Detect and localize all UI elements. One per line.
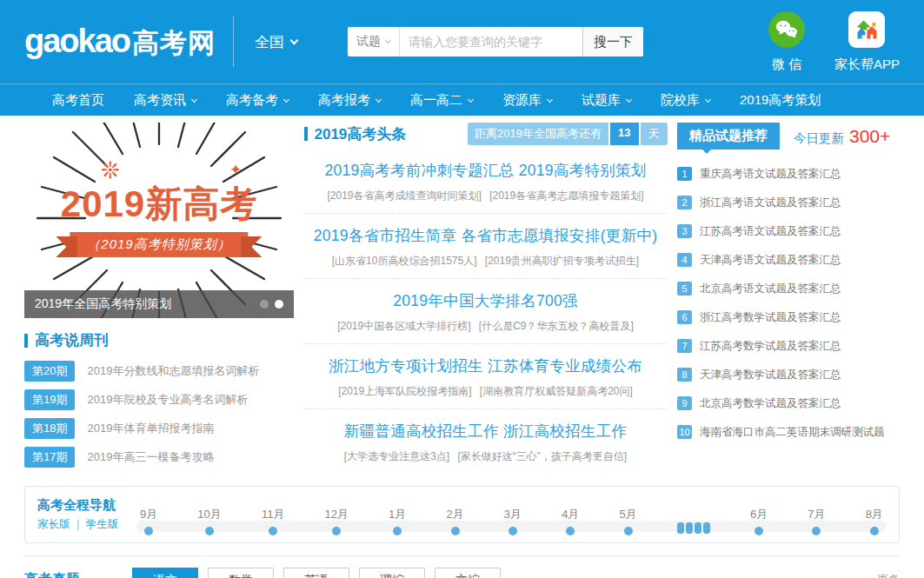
headline-link[interactable]: 浙江地方专项计划招生 江苏体育专业成绩公布 <box>304 355 668 376</box>
weekly-item[interactable]: 第18期 2019年体育单招报考指南 <box>24 418 294 439</box>
banner-headline: 2019新高考 <box>24 180 294 229</box>
month-dot <box>812 527 821 535</box>
timeline-month-jan[interactable]: 1月 <box>389 507 406 535</box>
rank-badge: 2 <box>677 196 692 209</box>
nav-item-home[interactable]: 高考首页 <box>52 92 104 109</box>
paper-tab-math[interactable]: 数学 <box>208 568 274 578</box>
headlines-section: 2019高考头条 距离2019年全国高考还有 13 天 2019高考考前冲刺专题… <box>304 123 668 475</box>
recommend-item[interactable]: 1 重庆高考语文试题及答案汇总 <box>677 167 900 181</box>
timeline-month-jul[interactable]: 7月 <box>808 507 825 535</box>
headline-sublink[interactable]: [2019各省高考志愿填报专题策划] <box>489 189 643 202</box>
headline-sublink[interactable]: [湖南教育厅权威答疑新高考20问] <box>480 385 633 397</box>
more-link[interactable]: 更多 <box>877 572 900 578</box>
rank-badge: 10 <box>677 425 692 439</box>
timeline-track: 9月 10月 11月 12月 1月 2月 3月 4月 <box>140 494 883 535</box>
sparkle-icon: ✦ <box>229 161 242 179</box>
headline-link[interactable]: 新疆普通高校招生工作 浙江高校招生工作 <box>304 421 668 442</box>
nav-item-resources[interactable]: 资源库 <box>502 92 552 109</box>
month-dot <box>566 527 575 535</box>
timeline-month-sep[interactable]: 9月 <box>140 507 157 535</box>
timeline-month-mar[interactable]: 3月 <box>504 507 522 535</box>
recommend-item[interactable]: 6 浙江高考数学试题及答案汇总 <box>677 310 900 324</box>
headline-sublink[interactable]: [2019各省高考成绩查询时间策划] <box>327 189 481 202</box>
recommend-item[interactable]: 5 北京高考语文试题及答案汇总 <box>677 282 900 296</box>
timeline-month-feb[interactable]: 2月 <box>446 507 463 535</box>
parent-version-link[interactable]: 家长版 <box>37 518 70 530</box>
timeline-title: 高考全程导航 <box>37 497 135 514</box>
headline-link[interactable]: 2019各省市招生简章 各省市志愿填报安排(更新中) <box>304 225 668 246</box>
nav-item-news[interactable]: 高考资讯 <box>134 92 196 109</box>
headline-group: 新疆普通高校招生工作 浙江高校招生工作 [大学选专业注意这3点] [家长做好这“… <box>304 409 668 474</box>
jiazhangbang-app-icon <box>848 11 885 51</box>
event-marker[interactable] <box>703 522 710 534</box>
recommend-item[interactable]: 4 天津高考语文试题及答案汇总 <box>677 253 900 267</box>
timeline-month-jun[interactable]: 6月 <box>750 507 768 535</box>
wechat-link[interactable]: 微 信 <box>768 11 805 73</box>
countdown-badge: 距离2019年全国高考还有 13 天 <box>468 123 667 145</box>
headlines-title: 2019高考头条 <box>304 124 407 144</box>
recommend-item[interactable]: 3 江苏高考语文试题及答案汇总 <box>677 224 900 238</box>
weekly-section: 高考说周刊 第20期 2019年分数线和志愿填报名词解析 第19期 2019年院… <box>24 330 294 468</box>
rank-badge: 1 <box>677 167 692 181</box>
timeline-month-nov[interactable]: 11月 <box>262 507 285 535</box>
nav-item-prep[interactable]: 高考备考 <box>226 92 289 109</box>
headline-link[interactable]: 2019高考考前冲刺专题汇总 2019高考特别策划 <box>304 160 668 181</box>
event-marker[interactable] <box>677 522 684 534</box>
nav-item-grade12[interactable]: 高一高二 <box>410 92 473 109</box>
headline-sublink[interactable]: [什么是C9？华东五校？高校普及] <box>479 320 634 332</box>
carousel-dot-2[interactable] <box>275 300 283 309</box>
papers-title: 高考真题 <box>24 571 132 578</box>
event-marker[interactable] <box>695 522 701 534</box>
headline-group: 2019年中国大学排名700强 [2019中国各区域大学排行榜] [什么是C9？… <box>304 278 668 343</box>
nav-item-colleges[interactable]: 院校库 <box>661 92 710 109</box>
search-input[interactable] <box>400 27 582 56</box>
timeline-month-oct[interactable]: 10月 <box>197 507 221 535</box>
nav-item-2019-special[interactable]: 2019高考策划 <box>740 92 821 109</box>
chevron-down-icon <box>283 96 289 102</box>
search-button[interactable]: 搜一下 <box>582 27 643 56</box>
exam-timeline: 高考全程导航 家长版 | 学生版 9月 10月 11月 12月 1月 <box>24 486 900 543</box>
headline-group: 2019高考考前冲刺专题汇总 2019高考特别策划 [2019各省高考成绩查询时… <box>304 149 668 213</box>
headline-sublink[interactable]: [2019上海军队院校报考指南] <box>338 385 471 397</box>
paper-tab-science[interactable]: 理综 <box>359 568 425 578</box>
event-marker[interactable] <box>686 522 693 534</box>
recommend-item[interactable]: 10 海南省海口市高二英语期末调研测试题 <box>677 425 900 439</box>
paper-tab-english[interactable]: 英语 <box>283 568 349 578</box>
site-logo[interactable]: gaokao 高考网 <box>24 23 216 62</box>
section-bar <box>24 334 28 348</box>
timeline-month-apr[interactable]: 4月 <box>562 507 579 535</box>
headline-sublink[interactable]: [山东省10所高校综合招1575人] <box>332 255 477 267</box>
jiazhangbang-app-link[interactable]: 家长帮APP <box>834 11 900 73</box>
student-version-link[interactable]: 学生版 <box>86 518 119 530</box>
search-category-label: 试题 <box>356 34 381 50</box>
issue-badge: 第19期 <box>24 389 75 410</box>
nav-item-questions[interactable]: 试题库 <box>582 92 631 109</box>
recommend-item[interactable]: 7 江苏高考数学试题及答案汇总 <box>677 339 900 353</box>
timeline-month-dec[interactable]: 12月 <box>325 507 349 535</box>
paper-tab-liberal-arts[interactable]: 文综 <box>435 568 501 578</box>
recommend-tab[interactable]: 精品试题推荐 <box>677 123 780 149</box>
recommend-item[interactable]: 8 天津高考数学试题及答案汇总 <box>677 368 900 382</box>
paper-tab-chinese[interactable]: 语文 <box>132 568 198 578</box>
headline-sublink[interactable]: [2019贵州高职扩招专项考试招生] <box>485 255 639 267</box>
headline-sublink[interactable]: [家长做好这“三心”，孩子高考更自信] <box>458 450 628 462</box>
recommend-item[interactable]: 9 北京高考数学试题及答案汇总 <box>677 396 900 410</box>
promo-banner[interactable]: ❊ ✦ 2019新高考 （2019高考特别策划） 2019年全国高考特别策划 <box>24 123 294 318</box>
carousel-dot-1[interactable] <box>260 300 269 309</box>
logo-text-cn: 高考网 <box>132 25 216 62</box>
search-category-select[interactable]: 试题 <box>348 27 400 56</box>
headline-link[interactable]: 2019年中国大学排名700强 <box>304 290 668 311</box>
headline-sublink[interactable]: [大学选专业注意这3点] <box>344 450 449 462</box>
rank-badge: 4 <box>677 253 692 267</box>
timeline-month-aug[interactable]: 8月 <box>866 507 883 535</box>
recommend-item[interactable]: 2 浙江高考语文试题及答案汇总 <box>677 196 900 209</box>
timeline-month-may[interactable]: 5月 <box>619 507 636 535</box>
nav-item-apply[interactable]: 高考报考 <box>318 92 381 109</box>
weekly-item[interactable]: 第19期 2019年院校及专业高考名词解析 <box>24 389 294 410</box>
headline-group: 浙江地方专项计划招生 江苏体育专业成绩公布 [2019上海军队院校报考指南] [… <box>304 343 668 409</box>
weekly-item[interactable]: 第20期 2019年分数线和志愿填报名词解析 <box>24 361 294 382</box>
headline-sublink[interactable]: [2019中国各区域大学排行榜] <box>337 320 470 332</box>
weekly-item[interactable]: 第17期 2019年高三一模备考攻略 <box>24 447 294 468</box>
top-header: gaokao 高考网 全国 试题 搜一下 <box>0 0 924 83</box>
region-selector[interactable]: 全国 <box>255 32 297 52</box>
